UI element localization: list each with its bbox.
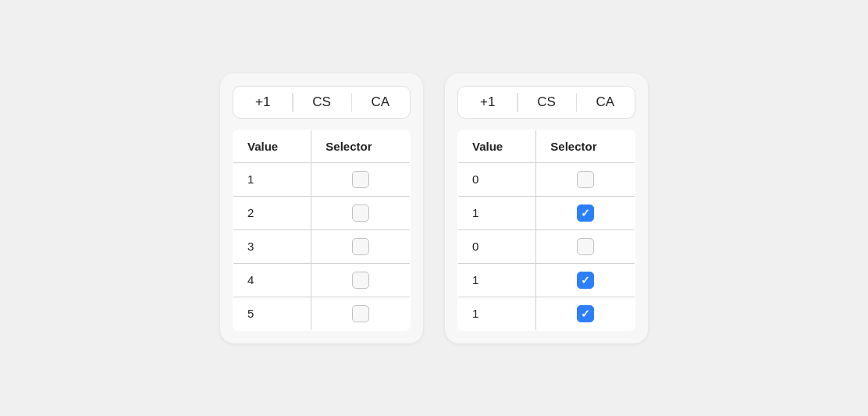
checkbox-unchecked-icon[interactable] xyxy=(352,171,369,188)
cell-value-1-0: 2 xyxy=(233,196,311,229)
table-row: 1✓ xyxy=(458,297,635,330)
table-0: ValueSelector12345 xyxy=(233,130,411,331)
cell-value-3-1: 1 xyxy=(458,263,536,297)
checkbox-checked-icon[interactable]: ✓ xyxy=(577,204,594,222)
checkbox-unchecked-icon[interactable] xyxy=(352,272,369,289)
table-row: 1 xyxy=(233,162,411,196)
checkbox-unchecked-icon[interactable] xyxy=(577,171,594,188)
cell-value-2-0: 3 xyxy=(233,229,311,263)
cell-selector-4-1[interactable]: ✓ xyxy=(536,297,635,330)
tab-bar-0: +1CSCA xyxy=(233,86,411,119)
table-row: 0 xyxy=(458,162,635,196)
col-header-1-panel-0: Selector xyxy=(311,130,411,162)
tab-ca-1[interactable]: CA xyxy=(576,87,635,118)
cell-value-0-1: 0 xyxy=(458,162,536,196)
table-row: 2 xyxy=(233,196,411,229)
checkbox-unchecked-icon[interactable] xyxy=(352,305,369,322)
table-row: 5 xyxy=(233,297,411,330)
panels-container: +1CSCAValueSelector12345+1CSCAValueSelec… xyxy=(220,73,648,343)
cell-value-0-0: 1 xyxy=(233,162,311,196)
checkbox-unchecked-icon[interactable] xyxy=(352,204,369,222)
table-row: 1✓ xyxy=(458,263,635,297)
cell-selector-2-1[interactable] xyxy=(536,229,635,263)
table-row: 1✓ xyxy=(458,196,635,229)
checkbox-unchecked-icon[interactable] xyxy=(352,238,369,255)
col-header-0-panel-0: Value xyxy=(233,130,311,162)
cell-selector-0-1[interactable] xyxy=(536,162,635,196)
cell-selector-0-0[interactable] xyxy=(311,162,411,196)
cell-value-4-1: 1 xyxy=(458,297,536,330)
table-row: 4 xyxy=(233,263,411,297)
table-1: ValueSelector01✓01✓1✓ xyxy=(457,130,635,331)
col-header-1-panel-1: Selector xyxy=(536,130,635,162)
tab-plus1-0[interactable]: +1 xyxy=(233,87,292,118)
table-row: 0 xyxy=(458,229,635,263)
table-row: 3 xyxy=(233,229,411,263)
col-header-0-panel-1: Value xyxy=(458,130,536,162)
cell-value-4-0: 5 xyxy=(233,297,311,330)
checkbox-checked-icon[interactable]: ✓ xyxy=(577,272,594,289)
tab-cs-1[interactable]: CS xyxy=(517,87,575,118)
tab-plus1-1[interactable]: +1 xyxy=(458,87,517,118)
panel-left: +1CSCAValueSelector12345 xyxy=(220,73,423,343)
tab-bar-1: +1CSCA xyxy=(457,86,635,119)
cell-value-1-1: 1 xyxy=(458,196,536,229)
cell-selector-2-0[interactable] xyxy=(311,229,411,263)
cell-selector-3-0[interactable] xyxy=(311,263,411,297)
checkbox-unchecked-icon[interactable] xyxy=(577,238,594,255)
cell-selector-3-1[interactable]: ✓ xyxy=(536,263,635,297)
cell-value-3-0: 4 xyxy=(233,263,311,297)
cell-selector-4-0[interactable] xyxy=(311,297,411,330)
tab-ca-0[interactable]: CA xyxy=(351,87,410,118)
cell-value-2-1: 0 xyxy=(458,229,536,263)
cell-selector-1-0[interactable] xyxy=(311,196,411,229)
checkbox-checked-icon[interactable]: ✓ xyxy=(577,305,594,322)
panel-right: +1CSCAValueSelector01✓01✓1✓ xyxy=(445,73,648,343)
cell-selector-1-1[interactable]: ✓ xyxy=(536,196,635,229)
tab-cs-0[interactable]: CS xyxy=(292,87,350,118)
